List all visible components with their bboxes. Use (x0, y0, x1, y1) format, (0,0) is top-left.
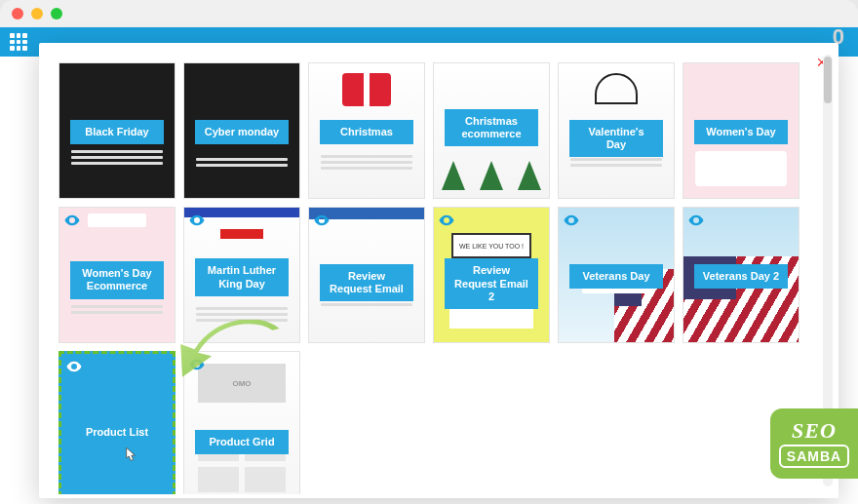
browser-chrome (0, 0, 858, 27)
template-christmas-ecommerce[interactable]: Christmas ecommerce (433, 62, 550, 199)
preview-eye-icon[interactable] (313, 212, 331, 229)
template-womens-day-ecommerce[interactable]: Women's Day Ecommerce (58, 207, 176, 343)
template-label: Black Friday (70, 120, 164, 144)
template-list: Black Friday Cyber monday Christmas (58, 51, 811, 494)
template-veterans-day[interactable]: Veterans Day (558, 207, 675, 343)
template-label: Product List (70, 420, 164, 445)
template-label: Valentine's Day (569, 120, 663, 157)
template-label: Women's Day Ecommerce (70, 261, 164, 298)
review-like-text: WE LIKE YOU TOO ! (451, 233, 531, 258)
template-label: Review Request Email 2 (445, 258, 538, 309)
template-mlk-day[interactable]: Martin Luther King Day (183, 207, 300, 343)
template-valentines-day[interactable]: Valentine's Day (558, 62, 675, 199)
maximize-window-icon[interactable] (51, 8, 62, 19)
brand-top: SEO (792, 420, 837, 442)
cursor-pointer-icon (124, 447, 137, 465)
template-veterans-day-2[interactable]: Veterans Day 2 (682, 207, 800, 343)
template-cyber-monday[interactable]: Cyber monday (183, 62, 300, 199)
apps-grid-icon[interactable] (10, 33, 27, 51)
scrollbar-thumb[interactable] (824, 57, 832, 103)
template-womens-day[interactable]: Women's Day (682, 62, 800, 199)
template-label: Christmas ecommerce (445, 109, 538, 146)
template-christmas[interactable]: Christmas (308, 62, 425, 199)
template-product-grid[interactable]: OMO Product Grid (183, 351, 300, 494)
template-label: Martin Luther King Day (195, 258, 289, 295)
template-black-friday[interactable]: Black Friday (58, 62, 176, 199)
minimize-window-icon[interactable] (31, 8, 43, 19)
close-window-icon[interactable] (12, 8, 23, 19)
template-product-list[interactable]: Product List (58, 351, 176, 494)
preview-eye-icon[interactable] (188, 356, 206, 373)
preview-eye-icon[interactable] (563, 212, 580, 229)
seosamba-logo: SEO SAMBA (770, 408, 858, 479)
preview-eye-icon[interactable] (188, 212, 206, 229)
template-label: Review Request Email (320, 264, 413, 301)
template-label: Women's Day (694, 120, 788, 144)
template-label: Cyber monday (195, 120, 289, 144)
brand-bottom: SAMBA (779, 445, 849, 468)
preview-eye-icon[interactable] (63, 212, 81, 229)
template-review-request-2[interactable]: WE LIKE YOU TOO ! Review Request Email 2 (433, 207, 550, 343)
preview-eye-icon[interactable] (65, 358, 83, 375)
window-controls (12, 8, 62, 19)
template-review-request[interactable]: Review Request Email (308, 207, 425, 343)
template-label: Christmas (320, 120, 413, 144)
template-label: Product Grid (195, 430, 289, 454)
preview-eye-icon[interactable] (687, 212, 705, 229)
preview-eye-icon[interactable] (438, 212, 455, 229)
template-picker-modal: × Black Friday Cyber monday (39, 43, 838, 498)
template-label: Veterans Day 2 (694, 264, 788, 289)
template-label: Veterans Day (569, 264, 663, 289)
